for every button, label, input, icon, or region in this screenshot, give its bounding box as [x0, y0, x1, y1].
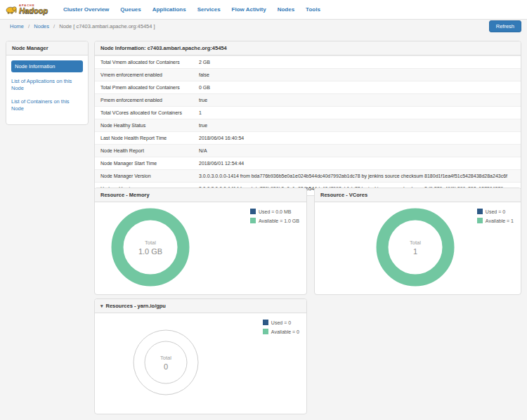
table-row: Total Pmem allocated for Containers 0 GB [95, 81, 521, 94]
table-row: Node Manager Start Time 2018/06/01 12:54… [95, 157, 521, 170]
legend-label: Available = 0 [271, 329, 299, 334]
legend-label: Available = 1 [486, 218, 514, 223]
breadcrumb-separator: / [28, 23, 30, 29]
legend-item-used: Used = 0.0 MB [250, 209, 299, 214]
sidebar-body: Node Information List of Applications on… [6, 55, 88, 124]
available-swatch-icon [263, 329, 268, 334]
vcores-donut-ring [374, 206, 457, 289]
node-manager-sidebar: Node Manager Node Information List of Ap… [6, 41, 89, 125]
vcores-chart-panel: Resource - VCores Used = 0 Available = 1… [314, 188, 521, 295]
hadoop-logo[interactable]: APACHE Hadoop [6, 4, 48, 15]
node-information-title: Node Information: c7403.ambari.apache.or… [95, 41, 521, 55]
row-label: Total Pmem allocated for Containers [95, 81, 193, 94]
nav-item-queues[interactable]: Queues [120, 6, 141, 13]
brand-text: APACHE Hadoop [19, 4, 48, 15]
legend-label: Used = 0.0 MB [259, 209, 292, 214]
gpu-chart-heading: ▾Resources - yarn.io/gpu [95, 299, 306, 313]
used-swatch-icon [263, 320, 268, 325]
vcores-donut-chart: Total 1 [374, 206, 457, 289]
breadcrumb-home[interactable]: Home [10, 23, 24, 29]
memory-chart-title: Resource - Memory [95, 188, 306, 202]
table-row: Node Healthy Status true [95, 119, 521, 132]
row-label: Node Manager Version [95, 170, 193, 183]
legend-item-used: Used = 0 [263, 320, 299, 325]
row-label: Node Health Report [95, 145, 193, 157]
table-row: Vmem enforcement enabled false [95, 69, 521, 81]
row-value: 2 GB [193, 56, 521, 69]
vcores-chart-title: Resource - VCores [315, 188, 521, 202]
table-row: Total Vmem allocated for Containers 2 GB [95, 56, 521, 69]
legend-item-available: Available = 1 [477, 218, 514, 223]
legend-item-used: Used = 0 [477, 209, 514, 214]
sidebar-item-applications-on-node[interactable]: List of Applications on this Node [11, 78, 83, 92]
row-value: 1 [193, 107, 521, 119]
memory-legend: Used = 0.0 MB Available = 1.0 GB [250, 209, 299, 227]
nav-item-flow-activity[interactable]: Flow Activity [232, 6, 266, 13]
row-value: 2018/06/01 12:54:44 [193, 157, 521, 170]
nav-item-tools[interactable]: Tools [306, 6, 320, 13]
top-navbar: APACHE Hadoop Cluster Overview Queues Ap… [0, 0, 527, 20]
nav-item-cluster-overview[interactable]: Cluster Overview [63, 6, 109, 13]
gpu-chart-body: Used = 0 Available = 0 Total 0 [95, 313, 306, 413]
row-label: Node Manager Start Time [95, 157, 193, 170]
used-swatch-icon [250, 209, 256, 214]
nav-item-services[interactable]: Services [197, 6, 221, 13]
gpu-donut-ring [127, 324, 204, 401]
table-row: Node Health Report N/A [95, 145, 521, 157]
main-nav: Cluster Overview Queues Applications Ser… [63, 6, 320, 13]
hadoop-label: Hadoop [19, 7, 48, 15]
available-swatch-icon [250, 218, 256, 223]
breadcrumb-current: Node [ c7403.ambari.apache.org:45454 ] [59, 23, 155, 29]
nav-item-applications[interactable]: Applications [152, 6, 186, 13]
row-label: Total Vmem allocated for Containers [95, 56, 193, 69]
nav-item-nodes[interactable]: Nodes [278, 6, 294, 13]
table-row: Last Node Health Report Time 2018/06/04 … [95, 132, 521, 145]
row-label: Node Healthy Status [95, 119, 193, 132]
breadcrumb-separator: / [53, 23, 55, 29]
breadcrumb-nodes[interactable]: Nodes [34, 23, 49, 29]
row-value: false [193, 69, 521, 81]
used-swatch-icon [477, 209, 483, 214]
row-value: 3.0.0.3.0.0.0-1414 from bda776b936b5e0a1… [193, 170, 521, 183]
gpu-donut-chart: Total 0 [127, 324, 204, 401]
sidebar-item-node-information[interactable]: Node Information [11, 60, 83, 72]
legend-item-available: Available = 1.0 GB [250, 218, 299, 223]
vcores-legend: Used = 0 Available = 1 [477, 209, 514, 227]
vcores-chart-body: Used = 0 Available = 1 Total 1 [315, 202, 521, 294]
memory-chart-panel: Resource - Memory Used = 0.0 MB Availabl… [94, 188, 307, 295]
row-label: Pmem enforcement enabled [95, 94, 193, 107]
row-value: true [193, 94, 521, 107]
breadcrumb: Home / Nodes / Node [ c7403.ambari.apach… [10, 23, 155, 29]
gpu-chart-panel: ▾Resources - yarn.io/gpu Used = 0 Availa… [94, 298, 307, 414]
node-information-table: Total Vmem allocated for Containers 2 GB… [95, 55, 521, 195]
table-row: Total VCores allocated for Containers 1 [95, 107, 521, 119]
gpu-chart-title: Resources - yarn.io/gpu [106, 303, 166, 309]
row-value: N/A [193, 145, 521, 157]
row-label: Vmem enforcement enabled [95, 69, 193, 81]
legend-item-available: Available = 0 [263, 329, 299, 334]
breadcrumb-row: Home / Nodes / Node [ c7403.ambari.apach… [10, 23, 521, 29]
memory-donut-ring [109, 206, 192, 289]
collapse-arrow-icon[interactable]: ▾ [100, 303, 103, 308]
table-row: Pmem enforcement enabled true [95, 94, 521, 107]
elephant-icon [6, 5, 17, 14]
legend-label: Used = 0 [271, 320, 291, 325]
legend-label: Available = 1.0 GB [259, 218, 299, 223]
sidebar-item-containers-on-node[interactable]: List of Containers on this Node [11, 98, 83, 112]
available-swatch-icon [477, 218, 483, 223]
row-label: Total VCores allocated for Containers [95, 107, 193, 119]
refresh-button[interactable]: Refresh [489, 20, 521, 32]
row-value: true [193, 119, 521, 132]
row-value: 2018/06/04 16:40:54 [193, 132, 521, 145]
node-information-panel: Node Information: c7403.ambari.apache.or… [94, 41, 521, 196]
gpu-legend: Used = 0 Available = 0 [263, 320, 299, 338]
row-value: 0 GB [193, 81, 521, 94]
legend-label: Used = 0 [486, 209, 505, 214]
table-row: Node Manager Version 3.0.0.3.0.0.0-1414 … [95, 170, 521, 183]
memory-donut-chart: Total 1.0 GB [109, 206, 192, 289]
sidebar-title: Node Manager [6, 41, 88, 55]
memory-chart-body: Used = 0.0 MB Available = 1.0 GB Total 1… [95, 202, 306, 294]
row-label: Last Node Health Report Time [95, 132, 193, 145]
